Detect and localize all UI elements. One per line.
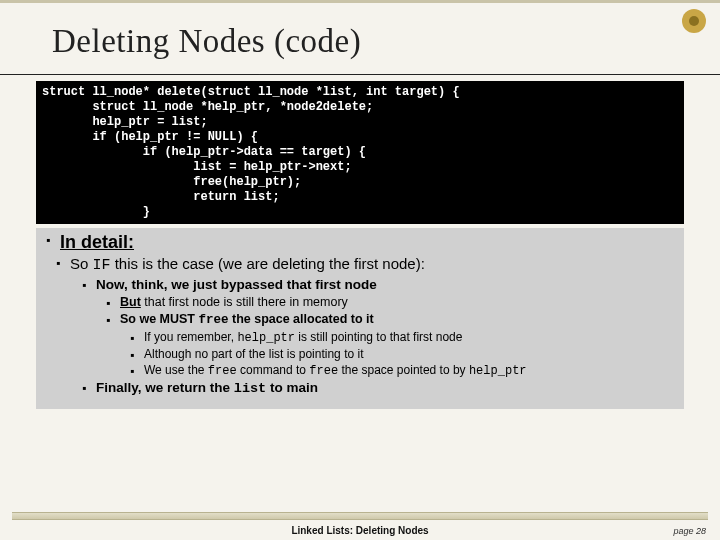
bullet-3: But that first node is still there in me… [106,294,676,311]
b7-pre: We use the [144,363,208,377]
b7-c2: free [309,364,338,378]
b3-post: that first node is still there in memory [141,295,348,309]
bullet-1: So IF this is the case (we are deleting … [56,255,676,276]
b7-c3: help_ptr [469,364,527,378]
bullet-2: Now, think, we just bypassed that first … [82,276,676,294]
bullet-6: Although no part of the list is pointing… [130,346,676,362]
slide: Deleting Nodes (code) struct ll_node* de… [0,0,720,540]
b8-pre: Finally, we return the [96,380,234,395]
b4-post: the space allocated to it [229,312,374,326]
notes-panel: In detail: So IF this is the case (we ar… [36,228,684,409]
b8-code: list [234,381,266,396]
b7-mid: command to [237,363,310,377]
footer-bar [12,512,708,520]
b1-post: this is the case (we are deleting the fi… [111,255,425,272]
b5-pre: If you remember, [144,330,237,344]
bullet-4: So we MUST free the space allocated to i… [106,311,676,329]
b5-code: help_ptr [237,331,295,345]
code-block: struct ll_node* delete(struct ll_node *l… [36,81,684,224]
slide-title: Deleting Nodes (code) [0,3,720,75]
b7-mid2: the space pointed to by [338,363,469,377]
bullet-5: If you remember, help_ptr is still point… [130,329,676,346]
b4-code: free [198,313,228,327]
bullet-7: We use the free command to free the spac… [130,362,676,379]
notes-heading: In detail: [46,232,676,253]
logo-icon [682,9,706,33]
footer-title: Linked Lists: Deleting Nodes [291,525,428,536]
b5-post: is still pointing to that first node [295,330,462,344]
b1-pre: So [70,255,93,272]
page-number: page 28 [673,526,706,536]
footer: Linked Lists: Deleting Nodes page 28 [0,510,720,540]
b3-under: But [120,295,141,309]
bullet-8: Finally, we return the list to main [82,379,676,398]
b8-post: to main [266,380,318,395]
b7-c1: free [208,364,237,378]
b1-code: IF [93,257,111,274]
b4-pre: So we MUST [120,312,198,326]
